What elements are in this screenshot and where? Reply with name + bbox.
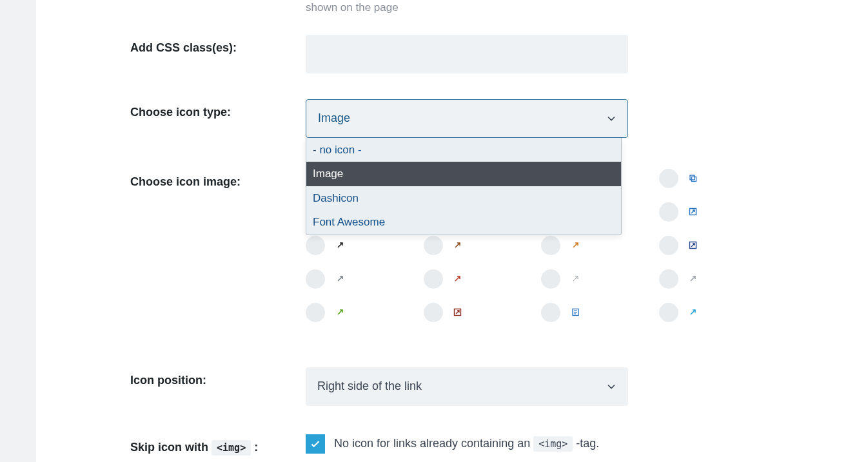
control-icon-position: Right side of the link [306,367,628,406]
icon-image-option[interactable] [424,303,471,322]
icon-type-option-image[interactable]: Image [306,162,621,186]
icon-type-select[interactable]: Image [306,99,628,138]
svg-rect-7 [692,177,696,182]
ext-link-arrow-brown-icon [453,241,462,250]
control-icon-type: Image - no icon - Image Dashicon Font Aw… [306,99,628,138]
icon-type-selected-value: Image [318,111,350,125]
ext-link-arrow-black-icon [335,241,344,250]
ext-link-box-navy-icon [689,241,698,250]
label-css-classes: Add CSS class(es): [36,35,306,55]
icon-image-option[interactable] [659,269,706,289]
ext-link-arrow-redbox-icon [453,308,462,317]
ext-link-arrow-sky-icon [689,308,698,317]
ext-link-arrow-outline-gray-icon [571,274,580,284]
row-skip-img: Skip icon with <img> : No icon for links… [36,406,868,454]
label-skip-img-code: <img> [212,440,251,456]
icon-position-select-wrap: Right side of the link [306,367,628,406]
icon-image-option[interactable] [541,303,588,322]
icon-image-radio[interactable] [659,202,678,222]
row-icon-type: Choose icon type: Image - no icon - Imag… [36,73,868,138]
icon-image-radio[interactable] [541,269,560,289]
skip-img-checkbox[interactable] [306,434,325,454]
icon-image-radio[interactable] [306,236,325,255]
icon-type-select-wrap: Image - no icon - Image Dashicon Font Aw… [306,99,628,138]
skip-img-checkbox-row: No icon for links already containing an … [306,434,757,454]
main-content: shown on the page Add CSS class(es): Cho… [36,0,868,462]
label-icon-position: Icon position: [36,367,306,387]
control-skip-img: No icon for links already containing an … [306,434,757,454]
icon-image-option[interactable] [659,169,706,188]
icon-image-radio[interactable] [659,169,678,188]
label-skip-img-prefix: Skip icon with [130,441,212,454]
helper-text-tail: shown on the page [306,0,868,15]
skip-img-checkbox-label: No icon for links already containing an … [334,437,599,450]
svg-rect-6 [690,175,695,180]
icon-image-option[interactable] [424,269,471,289]
skip-img-text-code: <img> [533,436,573,452]
icon-image-radio[interactable] [306,303,325,322]
icon-image-radio[interactable] [424,269,443,289]
row-css-classes: Add CSS class(es): [36,15,868,73]
icon-image-option[interactable] [424,236,471,255]
ext-link-arrow-green-icon [335,308,344,317]
chevron-down-icon [606,381,616,392]
icon-image-radio[interactable] [424,236,443,255]
ext-link-copy-blue2-icon [689,174,698,183]
icon-type-option-font-awesome[interactable]: Font Awesome [306,210,621,235]
ext-link-arrow-gray2-icon [689,274,698,284]
label-skip-img-suffix: : [251,441,258,454]
icon-image-radio[interactable] [306,269,325,289]
icon-image-option[interactable] [306,269,353,289]
icon-image-option[interactable] [659,236,706,255]
ext-link-arrow-red-icon [453,274,462,284]
label-icon-type: Choose icon type: [36,99,306,119]
icon-image-radio[interactable] [424,303,443,322]
icon-position-select[interactable]: Right side of the link [306,367,628,406]
icon-image-option[interactable] [306,236,353,255]
label-icon-image: Choose icon image: [36,169,306,189]
icon-image-radio[interactable] [659,303,678,322]
left-margin-stub [0,0,36,462]
ext-link-arrow-gray-icon [335,274,344,284]
icon-image-option[interactable] [541,269,588,289]
icon-type-option-dashicon[interactable]: Dashicon [306,186,621,211]
css-classes-input[interactable] [306,35,628,73]
ext-link-arrow-orange-icon [571,241,580,250]
row-icon-position: Icon position: Right side of the link [36,322,868,406]
skip-img-text-post: -tag. [573,437,599,450]
icon-image-radio[interactable] [541,303,560,322]
label-skip-img: Skip icon with <img> : [36,434,306,454]
icon-image-radio[interactable] [659,236,678,255]
skip-img-text-pre: No icon for links already containing an [334,437,533,450]
icon-image-radio[interactable] [659,269,678,289]
icon-image-option[interactable] [541,236,588,255]
icon-image-option[interactable] [659,202,706,222]
icon-image-radio[interactable] [541,236,560,255]
icon-image-option[interactable] [659,303,706,322]
chevron-down-icon [606,113,616,124]
ext-link-box-blue-icon [689,207,698,217]
check-icon [310,438,321,450]
ext-link-doc-blue-icon [571,308,580,317]
icon-image-option[interactable] [306,303,353,322]
control-css-classes [306,35,628,73]
icon-type-dropdown: - no icon - Image Dashicon Font Awesome [306,138,622,235]
icon-type-option-no-icon[interactable]: - no icon - [306,138,621,162]
icon-position-selected-value: Right side of the link [317,380,422,393]
